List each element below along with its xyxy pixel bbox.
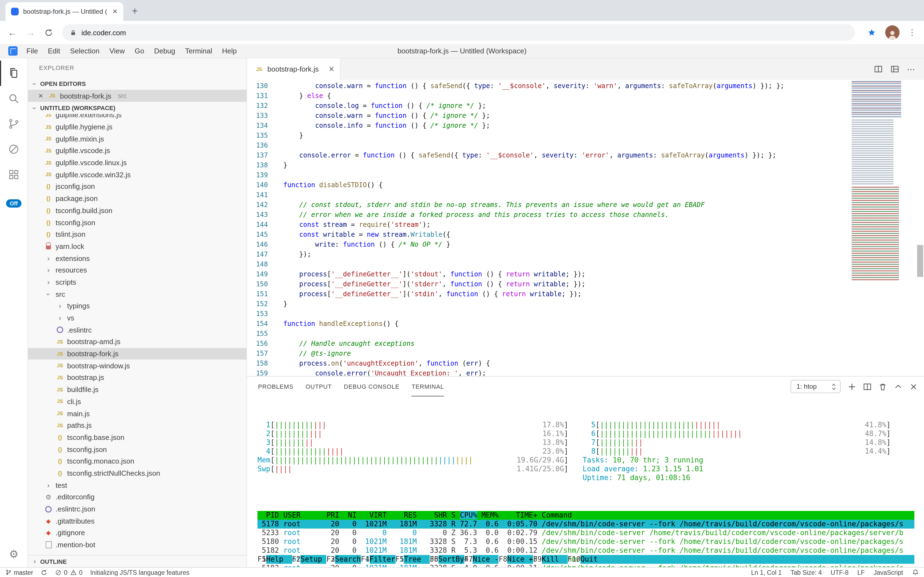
browser-menu-icon[interactable]: ⋮ — [908, 27, 916, 37]
close-panel-icon[interactable] — [909, 382, 918, 391]
tree-item-gulpfile.mixin.js[interactable]: JSgulpfile.mixin.js — [28, 133, 246, 145]
tree-item-tsconfig.base.json[interactable]: {}tsconfig.base.json — [28, 431, 246, 443]
circle-slash-icon[interactable] — [0, 137, 28, 162]
tree-item-.gitignore[interactable]: ◆.gitignore — [28, 527, 246, 539]
process-row-5180[interactable]: 5180 root 20 0 1021M 181M 3328 S 7.3 0.6… — [257, 537, 914, 546]
process-row-5182[interactable]: 5182 root 20 0 1021M 181M 3328 R 5.3 0.6… — [257, 546, 914, 555]
menu-item-go[interactable]: Go — [130, 44, 149, 58]
tree-item-gulpfile.extensions.js[interactable]: JSgulpfile.extensions.js — [28, 114, 246, 121]
fkey-label-F2[interactable]: Setup — [301, 555, 326, 564]
tree-item-gulpfile.vscode.linux.js[interactable]: JSgulpfile.vscode.linux.js — [28, 157, 246, 169]
fkey-label-F5[interactable]: Tree — [404, 555, 430, 564]
editor-tab-bootstrap-fork[interactable]: JS bootstrap-fork.js ✕ — [247, 58, 341, 80]
fkey-label-F1[interactable]: Help — [266, 555, 292, 564]
new-tab-button[interactable]: + — [128, 4, 142, 18]
editor-scrollbar-thumb[interactable] — [917, 245, 923, 277]
explorer-icon[interactable] — [0, 61, 28, 86]
process-row-5183[interactable]: 5183 root 20 0 1021M 181M 3328 S 4.0 0.6… — [257, 564, 914, 567]
forward-icon[interactable]: → — [26, 28, 35, 37]
terminal[interactable]: 1[||||||||||||17.8%] 5[|||||||||||||||||… — [247, 396, 924, 567]
menu-item-help[interactable]: Help — [217, 44, 242, 58]
reload-icon[interactable] — [44, 28, 53, 37]
minimap[interactable] — [849, 80, 915, 376]
menu-item-selection[interactable]: Selection — [65, 44, 104, 58]
bookmark-star-icon[interactable] — [867, 28, 876, 37]
tree-item-main.js[interactable]: JSmain.js — [28, 408, 246, 419]
tree-item-test[interactable]: ›test — [28, 479, 246, 491]
menu-item-terminal[interactable]: Terminal — [180, 44, 217, 58]
open-editor-item[interactable]: ✕JSbootstrap-fork.jssrc — [28, 90, 246, 102]
tree-item-gulpfile.vscode.win32.js[interactable]: JSgulpfile.vscode.win32.js — [28, 169, 246, 181]
tab-close-icon[interactable]: ✕ — [328, 65, 334, 73]
fkey-label-F3[interactable]: Search — [335, 555, 361, 564]
branch-indicator[interactable]: master — [5, 569, 33, 576]
tree-item-tsconfig.json[interactable]: {}tsconfig.json — [28, 443, 246, 455]
editor-scrollbar[interactable] — [916, 80, 924, 376]
code-editor[interactable]: 130 console.warn = function () { safeSen… — [247, 80, 924, 376]
fkey-label-F8[interactable]: Nice + — [507, 555, 533, 564]
tree-item-gulpfile.vscode.js[interactable]: JSgulpfile.vscode.js — [28, 145, 246, 156]
menu-item-edit[interactable]: Edit — [43, 44, 65, 58]
fkey-F5[interactable]: F5 — [395, 555, 404, 564]
tree-item-vs[interactable]: ›vs — [28, 312, 246, 324]
fkey-F6[interactable]: F6 — [430, 555, 438, 564]
off-badge[interactable]: Off — [6, 199, 22, 208]
address-bar[interactable]: ide.coder.com — [62, 24, 855, 41]
panel-tab-terminal[interactable]: TERMINAL — [411, 377, 444, 396]
tree-item-tsconfig.monaco.json[interactable]: {}tsconfig.monaco.json — [28, 455, 246, 467]
gear-icon[interactable]: ⚙ — [9, 548, 18, 561]
tree-item-paths.js[interactable]: JSpaths.js — [28, 419, 246, 431]
menu-item-debug[interactable]: Debug — [149, 44, 180, 58]
fkey-F7[interactable]: F7 — [464, 555, 473, 564]
fkey-label-F10[interactable]: Quit — [580, 555, 606, 564]
maximize-panel-icon[interactable] — [894, 382, 902, 391]
fkey-F1[interactable]: F1 — [257, 555, 266, 564]
tree-item-extensions[interactable]: ›extensions — [28, 253, 246, 264]
open-editors-header[interactable]: › OPEN EDITORS — [28, 77, 246, 90]
outline-header[interactable]: › OUTLINE — [28, 555, 246, 567]
editor-layout-icon[interactable] — [890, 65, 899, 73]
process-row-5178[interactable]: 5178 root 20 0 1021M 181M 3328 R 72.7 0.… — [257, 520, 914, 529]
close-icon[interactable]: ✕ — [37, 92, 45, 99]
sync-icon[interactable] — [41, 569, 47, 575]
tree-item-bootstrap-amd.js[interactable]: JSbootstrap-amd.js — [28, 336, 246, 348]
tree-item-.editorconfig[interactable]: ⚙.editorconfig — [28, 491, 246, 503]
split-terminal-icon[interactable] — [863, 382, 871, 391]
tree-item-typings[interactable]: ›typings — [28, 300, 246, 312]
fkey-F2[interactable]: F2 — [292, 555, 301, 564]
tree-item-jsconfig.json[interactable]: {}jsconfig.json — [28, 181, 246, 192]
new-terminal-icon[interactable] — [847, 382, 856, 391]
menu-item-view[interactable]: View — [104, 44, 130, 58]
cursor-position[interactable]: Ln 1, Col 1 — [751, 569, 782, 575]
tree-item-src[interactable]: ›src — [28, 288, 246, 300]
panel-tab-output[interactable]: OUTPUT — [305, 377, 332, 396]
tree-item-bootstrap-window.js[interactable]: JSbootstrap-window.js — [28, 360, 246, 372]
browser-tab[interactable]: bootstrap-fork.js — Untitled (W ✕ — [5, 2, 123, 21]
tree-item-.gitattributes[interactable]: ◆.gitattributes — [28, 515, 246, 527]
tree-item-bootstrap-fork.js[interactable]: JSbootstrap-fork.js — [28, 348, 246, 360]
fkey-label-F9[interactable]: Kill — [542, 555, 567, 564]
tree-item-tsconfig.strictNullChecks.json[interactable]: {}tsconfig.strictNullChecks.json — [28, 467, 246, 479]
tree-item-.eslintrc[interactable]: .eslintrc — [28, 324, 246, 336]
extensions-icon[interactable] — [0, 162, 28, 187]
split-editor-icon[interactable] — [874, 65, 882, 73]
tree-item-yarn.lock[interactable]: yarn.lock — [28, 240, 246, 252]
fkey-F4[interactable]: F4 — [361, 555, 370, 564]
tree-item-package.json[interactable]: {}package.json — [28, 193, 246, 205]
process-row-5233[interactable]: 5233 root 20 0 0 0 0 Z 36.3 0.0 0:02.79 … — [257, 529, 914, 537]
tree-item-resources[interactable]: ›resources — [28, 264, 246, 276]
language-mode[interactable]: JavaScript — [874, 569, 903, 575]
more-actions-icon[interactable]: ⋯ — [907, 64, 915, 74]
tree-item-bootstrap.js[interactable]: JSbootstrap.js — [28, 372, 246, 384]
fkey-label-F7[interactable]: Nice - — [473, 555, 499, 564]
panel-tab-problems[interactable]: PROBLEMS — [258, 377, 294, 396]
workspace-header[interactable]: › UNTITLED (WORKSPACE) — [28, 102, 246, 114]
search-icon[interactable] — [0, 86, 28, 111]
terminal-select[interactable]: 1: htop — [791, 380, 840, 393]
tree-item-tslint.json[interactable]: {}tslint.json — [28, 229, 246, 240]
fkey-F10[interactable]: F10 — [567, 555, 580, 564]
bell-icon[interactable] — [912, 569, 919, 576]
fkey-F3[interactable]: F3 — [326, 555, 335, 564]
panel-tab-debug-console[interactable]: DEBUG CONSOLE — [344, 377, 399, 396]
tab-size[interactable]: Tab Size: 4 — [791, 569, 822, 575]
